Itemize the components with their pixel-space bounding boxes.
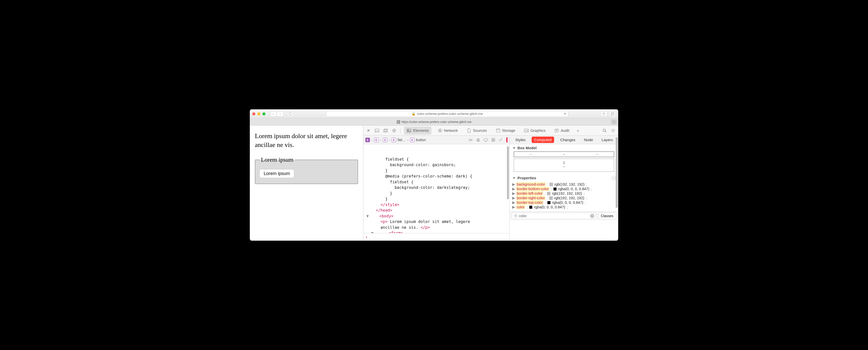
- property-name: background-color: [516, 182, 546, 186]
- disclosure-triangle-icon: ▶: [512, 196, 515, 200]
- box-model-label: Box Model: [518, 146, 537, 150]
- graphics-icon: [524, 128, 529, 133]
- devtools-toolbar: ✕ Elements: [363, 125, 618, 136]
- tab-styles[interactable]: Styles: [513, 137, 528, 143]
- box-model-section[interactable]: ▼ Box Model: [510, 144, 618, 151]
- page-legend: Lorem ipsum: [259, 156, 295, 163]
- classes-button[interactable]: Classes: [598, 213, 616, 219]
- color-swatch[interactable]: [529, 206, 532, 209]
- elements-pane: E› E› E› E fiel…› E button: [363, 136, 510, 241]
- property-name: border-top-color: [516, 201, 543, 205]
- disclosure-triangle-icon: ▶: [512, 182, 515, 186]
- property-row[interactable]: ▶border-right-color: rgb(192, 192, 192);: [512, 196, 616, 200]
- grid-icon[interactable]: [491, 138, 495, 142]
- dom-breadcrumb: E› E› E› E fiel…› E button: [363, 136, 509, 144]
- crumb-fieldset[interactable]: E: [392, 138, 396, 142]
- disclosure-triangle-icon: ▶: [512, 201, 515, 205]
- properties-label: Properties: [518, 176, 536, 180]
- disclosure-triangle-icon: ▶: [512, 192, 515, 196]
- tab-elements-label: Elements: [413, 128, 429, 133]
- svg-rect-14: [407, 131, 410, 132]
- property-row[interactable]: ▶background-color: rgb(192, 192, 192);: [512, 182, 616, 186]
- zoom-window[interactable]: [262, 112, 266, 115]
- dom-source[interactable]: fieldset { background-color: gainsboro; …: [363, 144, 509, 233]
- color-swatch[interactable]: [547, 201, 551, 204]
- crumb-button-label[interactable]: button: [416, 138, 426, 142]
- property-row[interactable]: ▶border-bottom-color: rgba(0, 0, 0, 0.84…: [512, 186, 616, 191]
- styles-panel: Styles Computed Changes Node Layers ▼ Bo…: [510, 136, 618, 241]
- tab-node[interactable]: Node: [581, 137, 595, 143]
- page-fieldset: Lorem ipsum Lorem ipsum: [255, 156, 358, 184]
- titlebar: ‹ › 🔒 color-scheme-prefers-color-scheme.…: [250, 109, 618, 118]
- svg-rect-5: [375, 129, 379, 132]
- crumb-body[interactable]: E: [374, 138, 379, 142]
- clear-filter-icon[interactable]: ✕: [590, 214, 594, 218]
- tab-audit[interactable]: Audit: [552, 126, 572, 135]
- tab-title[interactable]: https://color-scheme-prefers-color-schem…: [402, 120, 472, 124]
- address-bar[interactable]: 🔒 color-scheme-prefers-color-scheme.glit…: [326, 111, 568, 117]
- crumb-form[interactable]: E: [383, 138, 387, 142]
- tab-graphics[interactable]: Graphics: [521, 126, 548, 135]
- compositing-icon[interactable]: [506, 138, 507, 142]
- svg-point-16: [496, 128, 500, 129]
- tab-sources[interactable]: Sources: [464, 126, 490, 135]
- property-row[interactable]: ▶color: rgba(0, 0, 0, 0.847);: [512, 205, 616, 209]
- right-scrollbar-thumb[interactable]: [616, 137, 618, 208]
- color-swatch[interactable]: [547, 192, 550, 195]
- back-button[interactable]: ‹: [270, 111, 277, 117]
- property-row[interactable]: ▶border-top-color: rgba(0, 0, 0, 0.847);: [512, 200, 616, 205]
- brush-icon[interactable]: [499, 138, 503, 142]
- share-button[interactable]: [600, 111, 607, 117]
- sidebar-toggle[interactable]: [287, 111, 294, 117]
- page-form: Lorem ipsum Lorem ipsum: [255, 156, 358, 184]
- elements-icon: [406, 128, 411, 133]
- forward-button[interactable]: ›: [277, 111, 284, 117]
- close-window[interactable]: [252, 112, 255, 115]
- filter-settings-icon[interactable]: [612, 176, 616, 180]
- styles-tabs: Styles Computed Changes Node Layers: [510, 136, 618, 144]
- tab-layers[interactable]: Layers: [599, 137, 615, 143]
- gear-icon[interactable]: [611, 128, 616, 133]
- filter-row: color ✕ Classes: [510, 211, 618, 220]
- sources-icon: [467, 128, 472, 133]
- dock-bottom-icon[interactable]: [374, 128, 379, 133]
- disclosure-triangle-icon: ▼: [512, 176, 516, 180]
- color-swatch[interactable]: [553, 187, 557, 191]
- tab-computed[interactable]: Computed: [532, 137, 554, 143]
- property-name: border-right-color: [516, 196, 545, 200]
- close-icon[interactable]: ✕: [366, 128, 371, 133]
- properties-list: ▶background-color: rgb(192, 192, 192);▶b…: [510, 181, 618, 211]
- page-button[interactable]: Lorem ipsum: [259, 169, 294, 178]
- inspect-icon[interactable]: [392, 128, 397, 133]
- crumb-html[interactable]: E: [365, 138, 370, 142]
- reload-icon[interactable]: ⟳: [564, 112, 566, 116]
- show-tabs-button[interactable]: [609, 111, 616, 117]
- crumb-button[interactable]: E: [410, 138, 414, 142]
- property-row[interactable]: ▶border-left-color: rgb(192, 192, 192);: [512, 191, 616, 196]
- tab-changes[interactable]: Changes: [558, 137, 578, 143]
- overflow-icon[interactable]: »: [575, 128, 580, 133]
- svg-point-21: [612, 130, 614, 131]
- crumb-fieldset-label[interactable]: fiel…: [398, 138, 406, 142]
- filter-input[interactable]: color ✕: [512, 213, 596, 219]
- color-swatch[interactable]: [549, 197, 553, 200]
- property-value: rgba(0, 0, 0, 0.847): [558, 187, 589, 191]
- svg-rect-18: [555, 129, 558, 132]
- minimize-window[interactable]: [257, 112, 260, 115]
- tab-storage[interactable]: Storage: [493, 126, 518, 135]
- dock-popout-icon[interactable]: [383, 128, 388, 133]
- console-prompt[interactable]: ›: [363, 233, 509, 241]
- page-paragraph: Lorem ipsum dolor sit amet, legere ancil…: [255, 132, 358, 149]
- new-tab-button[interactable]: ＋: [611, 119, 617, 124]
- search-icon[interactable]: [602, 128, 607, 133]
- property-value: rgba(0, 0, 0, 0.847): [534, 205, 565, 209]
- ruler-icon[interactable]: [469, 138, 473, 142]
- tab-network[interactable]: Network: [435, 126, 461, 135]
- color-swatch[interactable]: [550, 183, 553, 186]
- properties-section[interactable]: ▼ Properties: [510, 174, 618, 181]
- tab-elements[interactable]: Elements: [404, 126, 432, 135]
- scrollbar-thumb[interactable]: [507, 146, 509, 199]
- property-name: border-left-color: [516, 192, 543, 196]
- print-icon[interactable]: [476, 138, 480, 142]
- device-icon[interactable]: [484, 138, 488, 142]
